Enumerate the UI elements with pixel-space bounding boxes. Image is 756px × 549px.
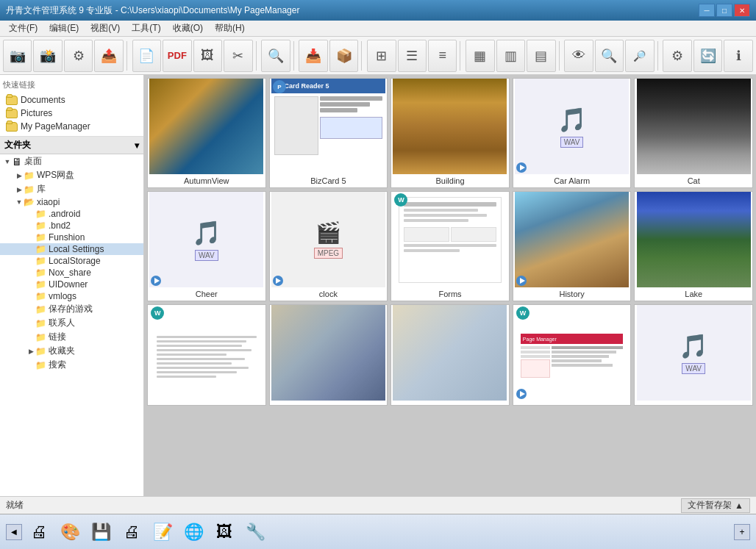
tree-item-local-settings[interactable]: 📁 Local Settings [0, 243, 143, 255]
thumb-wav3[interactable]: 🎵 WAV [634, 304, 753, 406]
taskbar-plus[interactable]: + [734, 524, 750, 540]
thumb-canvas [393, 79, 507, 174]
taskbar-text[interactable]: 📝 [149, 518, 176, 546]
toolbar-camera[interactable]: 📸 [33, 40, 62, 72]
desktop-icon: 🖥 [12, 156, 22, 168]
toolbar-page[interactable]: 📄 [132, 40, 161, 72]
folder-icon: 📁 [35, 318, 46, 329]
tree-item-desktop[interactable]: ▼ 🖥 桌面 [0, 154, 143, 168]
toolbar-search[interactable]: 🔍 [261, 40, 290, 72]
toolbar-view2[interactable]: ▥ [496, 40, 525, 72]
taskbar-scanner[interactable]: 🖨 [118, 518, 146, 546]
forms-preview [399, 197, 502, 283]
expand-icon [26, 221, 35, 230]
thumb-canvas: W [393, 192, 507, 287]
thumb-bizcard[interactable]: BizCard Reader 5 P [269, 78, 388, 188]
thumb-forms[interactable]: W Forms [391, 191, 510, 301]
menu-bookmarks[interactable]: 收藏(O) [167, 21, 209, 36]
maximize-button[interactable]: □ [716, 4, 732, 17]
toolbar-zoom-in[interactable]: 🔎 [625, 40, 654, 72]
menu-help[interactable]: 帮助(H) [209, 21, 251, 36]
toolbar-grid[interactable]: ⊞ [367, 40, 396, 72]
quick-link-documents[interactable]: Documents [3, 93, 140, 107]
quick-link-pictures[interactable]: Pictures [3, 107, 140, 120]
tree-item-contacts[interactable]: 📁 联系人 [0, 316, 143, 330]
thumb-cat[interactable]: Cat [634, 78, 753, 188]
thumb-doc[interactable]: W [147, 304, 266, 406]
tree-item-search[interactable]: 📁 搜索 [0, 358, 143, 372]
toolbar-zoom-out[interactable]: 🔍 [595, 40, 624, 72]
toolbar-export[interactable]: 📤 [94, 40, 123, 72]
toolbar-scan[interactable]: 📷 [3, 40, 32, 72]
toolbar-view3[interactable]: ▤ [527, 40, 555, 72]
thumb-history[interactable]: History [513, 191, 632, 301]
tree-item-nox[interactable]: 📁 Nox_share [0, 267, 143, 279]
toolbar-export2[interactable]: 📦 [329, 40, 358, 72]
toolbar-crop[interactable]: ✂ [224, 40, 252, 72]
taskbar-gear[interactable]: 🔧 [241, 518, 269, 546]
taskbar-settings[interactable]: 🎨 [56, 518, 84, 546]
menu-file[interactable]: 文件(F) [3, 21, 43, 36]
thumb-caralarm[interactable]: 🎵 WAV Car Alarm [513, 78, 632, 188]
toolbar-sep-3 [293, 41, 296, 71]
taskbar-photos[interactable]: 🖼 [210, 518, 238, 546]
thumb-clock[interactable]: 🎬 MPEG clock [269, 191, 388, 301]
toolbar-import[interactable]: 📥 [299, 40, 327, 72]
toolbar-preview[interactable]: 👁 [564, 40, 593, 72]
tree-item-xiaopi[interactable]: ▼ 📂 xiaopi [0, 196, 143, 208]
thumb-meeting[interactable] [269, 304, 388, 406]
tree-item-links[interactable]: 📁 链接 [0, 330, 143, 344]
taskbar-disk[interactable]: 💾 [87, 518, 115, 546]
tree-item-wps[interactable]: ▶ 📁 WPS网盘 [0, 168, 143, 182]
taskbar-printer[interactable]: 🖨 [25, 518, 53, 546]
thumb-label: clock [270, 287, 388, 301]
toolbar-process[interactable]: ⚙ [663, 40, 691, 72]
toolbar-info[interactable]: ℹ [724, 40, 752, 72]
quick-link-mypagemanager[interactable]: My PageManager [3, 120, 140, 133]
tree-item-funshion[interactable]: 📁 Funshion [0, 232, 143, 243]
building-image [393, 79, 507, 174]
menu-tools[interactable]: 工具(T) [126, 21, 166, 36]
tree-item-uidowner[interactable]: 📁 UIDowner [0, 279, 143, 290]
expand-icon: ▶ [26, 347, 35, 356]
toolbar-pdf[interactable]: PDF [163, 40, 191, 72]
quick-link-label: Documents [21, 95, 65, 105]
thumb-webpage[interactable]: W Page Manager [513, 304, 632, 406]
thumb-cheer[interactable]: 🎵 WAV Cheer [147, 191, 266, 301]
minimize-button[interactable]: ─ [699, 4, 715, 17]
tree-item-savedgames[interactable]: 📁 保存的游戏 [0, 302, 143, 316]
toolbar-settings[interactable]: ⚙ [64, 40, 93, 72]
tree-item-localstorage[interactable]: 📁 LocalStorage [0, 255, 143, 267]
taskbar-browser[interactable]: 🌐 [179, 518, 207, 546]
folder-icon: 📁 [35, 256, 46, 266]
tree-item-vmlogs[interactable]: 📁 vmlogs [0, 290, 143, 302]
folder-icon: 📁 [35, 279, 46, 290]
toolbar-detail[interactable]: ≡ [428, 40, 457, 72]
folder-collapse-icon[interactable]: ▾ [135, 140, 139, 151]
tree-item-library[interactable]: ▶ 📁 库 [0, 182, 143, 196]
toolbar-list[interactable]: ☰ [398, 40, 427, 72]
thumb-building[interactable]: Building [391, 78, 510, 188]
toolbar-image[interactable]: 🖼 [193, 40, 222, 72]
menu-view[interactable]: 视图(V) [85, 21, 126, 36]
thumb-lake[interactable]: Lake [634, 191, 753, 301]
file-shelf-button[interactable]: 文件暂存架 ▲ [681, 498, 750, 513]
toolbar-refresh[interactable]: 🔄 [693, 40, 722, 72]
expand-icon [26, 361, 35, 370]
folder-icon: 📁 [35, 291, 46, 301]
tree-label: 桌面 [24, 155, 42, 168]
close-button[interactable]: ✕ [734, 4, 750, 17]
folder-title: 文件夹 [4, 139, 31, 151]
menu-edit[interactable]: 编辑(E) [43, 21, 85, 36]
tree-label: Local Settings [49, 244, 104, 254]
thumb-learning[interactable] [391, 304, 510, 406]
taskbar-prev[interactable]: ◀ [6, 524, 22, 540]
tree-item-favorites[interactable]: ▶ 📁 收藏夹 [0, 344, 143, 358]
thumb-autumnview[interactable]: AutumnView [147, 78, 266, 188]
tree-item-bnd2[interactable]: 📁 .bnd2 [0, 220, 143, 232]
toolbar-view1[interactable]: ▦ [466, 40, 494, 72]
meeting-image [271, 305, 385, 401]
tree-item-android[interactable]: 📁 .android [0, 208, 143, 220]
play-indicator [516, 162, 527, 173]
w-badge: W [516, 306, 529, 320]
